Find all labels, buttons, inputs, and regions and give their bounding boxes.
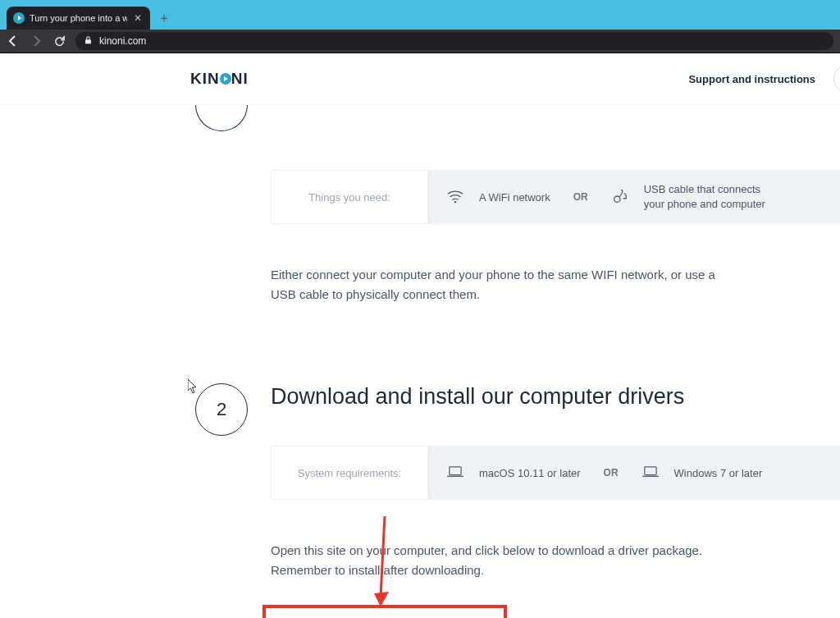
- step-2-title: Download and install our computer driver…: [271, 383, 840, 410]
- step-2-body: Open this site on your computer, and cli…: [271, 541, 730, 580]
- step-2-number: 2: [217, 399, 226, 420]
- logo[interactable]: KINNI: [190, 70, 249, 88]
- step-2-requirements: System requirements: macOS 10.11 or late…: [271, 446, 840, 500]
- close-tab-icon[interactable]: ✕: [132, 12, 144, 24]
- back-icon[interactable]: [7, 34, 20, 48]
- wifi-icon: [446, 189, 464, 206]
- req-wifi: A WiFi network: [428, 170, 568, 224]
- tab-strip: Turn your phone into a wireless w ✕ ＋: [0, 7, 840, 30]
- svg-rect-0: [85, 39, 91, 43]
- svg-point-1: [454, 201, 456, 203]
- step-2-circle: 2: [195, 383, 248, 436]
- req-mac: macOS 10.11 or later: [428, 446, 599, 500]
- lock-icon: [84, 35, 93, 48]
- req-usb: USB cable that connects your phone and c…: [593, 170, 793, 224]
- req-win-text: Windows 7 or later: [674, 467, 763, 479]
- laptop-icon: [641, 465, 660, 481]
- laptop-icon: [446, 465, 464, 481]
- forward-icon[interactable]: [30, 34, 43, 48]
- nav-support-link[interactable]: Support and instructions: [688, 73, 815, 85]
- url-text: kinoni.com: [99, 35, 146, 47]
- svg-rect-3: [450, 467, 461, 475]
- svg-point-2: [614, 196, 619, 202]
- things-you-need-label: Things you need:: [271, 170, 428, 224]
- browser-toolbar: kinoni.com: [0, 30, 840, 53]
- step-1-block: Things you need: A WiFi network OR USB c…: [0, 134, 840, 304]
- tab-title: Turn your phone into a wireless w: [30, 13, 127, 23]
- cart-button[interactable]: [833, 65, 840, 93]
- req-wifi-text: A WiFi network: [479, 191, 550, 204]
- req-or-2: OR: [599, 446, 623, 500]
- step-1-body: Either connect your computer and your ph…: [271, 265, 730, 304]
- page: KINNI Support and instructions Things yo…: [0, 53, 840, 618]
- reload-icon[interactable]: [52, 34, 66, 48]
- usb-cable-icon: [611, 187, 629, 208]
- req-win: Windows 7 or later: [623, 446, 781, 500]
- logo-play-icon: [220, 73, 231, 85]
- site-header: KINNI Support and instructions: [0, 53, 840, 105]
- step-1-circle: [195, 105, 248, 131]
- address-bar[interactable]: kinoni.com: [75, 32, 833, 50]
- browser-tab[interactable]: Turn your phone into a wireless w ✕: [7, 7, 150, 30]
- req-mac-text: macOS 10.11 or later: [479, 467, 581, 479]
- svg-rect-4: [644, 467, 655, 475]
- step-2-block: 2 Download and install our computer driv…: [0, 383, 840, 618]
- req-usb-text: USB cable that connects your phone and c…: [644, 182, 775, 212]
- system-requirements-label: System requirements:: [271, 446, 428, 500]
- req-or: OR: [568, 170, 593, 224]
- new-tab-button[interactable]: ＋: [155, 9, 173, 27]
- window-titlebar: [0, 0, 840, 7]
- step-1-requirements: Things you need: A WiFi network OR USB c…: [271, 170, 840, 224]
- favicon-icon: [13, 12, 25, 24]
